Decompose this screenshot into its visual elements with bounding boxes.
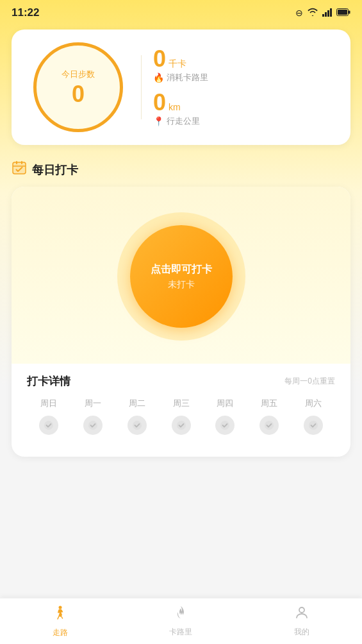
- nav-item-calories[interactable]: 卡路里: [120, 605, 241, 638]
- top-stats-card: 今日步数 0 0 千卡 🔥 消耗卡路里 0 km 📍 行走: [12, 30, 350, 145]
- weekday-label: 周日: [40, 398, 57, 409]
- weekdays-row: 周日周一周二周三周四周五周六: [27, 398, 335, 409]
- checkin-button-area: 点击即可打卡 未打卡: [12, 187, 350, 364]
- stats-right: 0 千卡 🔥 消耗卡路里 0 km 📍 行走公里: [153, 47, 335, 127]
- checkin-button-text2: 未打卡: [168, 279, 195, 291]
- calories-number: 0: [153, 47, 166, 71]
- weekday-check-circle: [39, 416, 58, 435]
- calories-stat: 0 千卡 🔥 消耗卡路里: [153, 47, 335, 83]
- svg-point-17: [265, 421, 274, 430]
- nav-label-calories: 卡路里: [169, 627, 192, 638]
- checkin-detail-header: 打卡详情 每周一0点重置: [27, 374, 335, 389]
- distance-desc: 行走公里: [167, 115, 200, 127]
- weekday-checks-row: [27, 416, 335, 435]
- profile-icon: [294, 605, 309, 624]
- weekday-check-item: [115, 416, 159, 435]
- distance-desc-row: 📍 行走公里: [153, 115, 200, 127]
- signal-icon: [322, 8, 333, 19]
- weekday-item: 周日: [27, 398, 71, 409]
- weekday-check-circle: [259, 416, 279, 435]
- weekday-check-item: [159, 416, 203, 435]
- svg-rect-1: [325, 12, 327, 17]
- steps-circle: 今日步数 0: [27, 42, 129, 132]
- location-icon: 📍: [153, 116, 164, 126]
- bottom-nav: 走路 卡路里 我的: [0, 598, 362, 644]
- steps-circle-outer: 今日步数 0: [33, 42, 123, 132]
- checkin-outer-ring: 点击即可打卡 未打卡: [117, 212, 245, 341]
- nav-label-profile: 我的: [294, 627, 309, 638]
- calories-unit: 千卡: [169, 58, 186, 70]
- svg-point-13: [88, 421, 97, 430]
- section-header: 每日打卡: [12, 160, 350, 179]
- svg-rect-2: [327, 10, 329, 17]
- svg-rect-10: [21, 161, 22, 164]
- svg-point-20: [299, 607, 304, 613]
- weekday-check-item: [247, 416, 292, 435]
- nav-fire-icon: [173, 605, 188, 624]
- calories-desc-row: 🔥 消耗卡路里: [153, 72, 208, 83]
- steps-circle-inner: 今日步数 0: [62, 69, 95, 106]
- distance-stat: 0 km 📍 行走公里: [153, 91, 335, 127]
- checkin-reset-text: 每周一0点重置: [284, 376, 335, 387]
- status-icons: ⊖: [295, 8, 350, 19]
- svg-rect-3: [330, 8, 332, 17]
- battery-icon: [336, 8, 350, 18]
- weekday-check-circle: [304, 416, 323, 435]
- weekday-check-item: [203, 416, 247, 435]
- calories-desc: 消耗卡路里: [167, 72, 208, 83]
- svg-rect-5: [338, 10, 347, 15]
- calendar-check-icon: [12, 160, 27, 179]
- steps-value: 0: [72, 83, 85, 106]
- weekday-check-circle: [83, 416, 103, 435]
- svg-point-16: [220, 421, 229, 430]
- svg-point-19: [59, 606, 62, 609]
- steps-label: 今日步数: [62, 69, 95, 80]
- svg-point-18: [309, 421, 318, 430]
- network-icon: ⊖: [295, 8, 303, 18]
- distance-value-row: 0 km: [153, 91, 181, 114]
- weekday-check-circle: [128, 416, 147, 435]
- svg-point-15: [177, 421, 186, 430]
- weekday-label: 周三: [173, 398, 190, 409]
- walk-icon: [52, 604, 69, 625]
- distance-unit: km: [169, 102, 181, 112]
- nav-item-profile[interactable]: 我的: [242, 605, 362, 638]
- svg-rect-0: [322, 14, 324, 17]
- nav-label-walk: 走路: [53, 627, 68, 638]
- weekday-check-circle: [215, 416, 234, 435]
- svg-rect-7: [13, 162, 26, 174]
- checkin-detail-title: 打卡详情: [27, 374, 70, 389]
- checkin-card: 点击即可打卡 未打卡 打卡详情 每周一0点重置 周日周一周二周三周四周五周六: [12, 187, 350, 457]
- vertical-divider: [141, 55, 142, 119]
- checkin-button[interactable]: 点击即可打卡 未打卡: [130, 225, 233, 328]
- svg-rect-6: [349, 11, 350, 14]
- weekday-item: 周一: [71, 398, 115, 409]
- weekday-item: 周六: [291, 398, 335, 409]
- weekday-label: 周二: [129, 398, 145, 409]
- calories-value-row: 0 千卡: [153, 47, 186, 71]
- weekday-item: 周三: [159, 398, 203, 409]
- status-time: 11:22: [12, 6, 39, 19]
- weekday-check-item: [71, 416, 115, 435]
- svg-point-12: [44, 421, 53, 430]
- svg-rect-9: [16, 161, 17, 164]
- weekday-check-item: [291, 416, 335, 435]
- weekday-item: 周五: [247, 398, 292, 409]
- weekday-label: 周六: [305, 398, 322, 409]
- checkin-detail: 打卡详情 每周一0点重置 周日周一周二周三周四周五周六: [12, 364, 350, 435]
- weekday-label: 周五: [261, 398, 277, 409]
- fire-icon: 🔥: [153, 72, 164, 83]
- status-bar: 11:22 ⊖: [0, 0, 362, 23]
- weekday-check-circle: [172, 416, 191, 435]
- distance-number: 0: [153, 91, 166, 114]
- weekday-item: 周四: [203, 398, 247, 409]
- weekday-label: 周四: [217, 398, 233, 409]
- checkin-button-text1: 点击即可打卡: [151, 263, 212, 276]
- nav-item-walk[interactable]: 走路: [0, 604, 120, 638]
- section-title: 每日打卡: [32, 162, 78, 178]
- svg-point-14: [133, 421, 142, 430]
- weekday-label: 周一: [85, 398, 101, 409]
- weekday-check-item: [27, 416, 71, 435]
- wifi-icon: [307, 8, 318, 19]
- weekday-item: 周二: [115, 398, 159, 409]
